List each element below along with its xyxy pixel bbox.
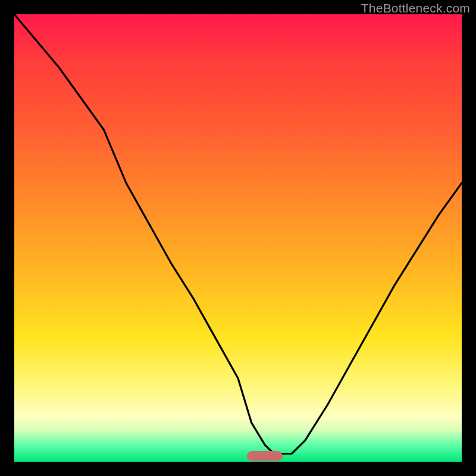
chart-frame: TheBottleneck.com xyxy=(0,0,476,476)
optimal-range-marker xyxy=(247,451,283,461)
chart-plot-area xyxy=(14,14,462,462)
curve-line xyxy=(14,14,462,454)
watermark-text: TheBottleneck.com xyxy=(361,1,470,15)
bottleneck-curve xyxy=(14,14,462,462)
